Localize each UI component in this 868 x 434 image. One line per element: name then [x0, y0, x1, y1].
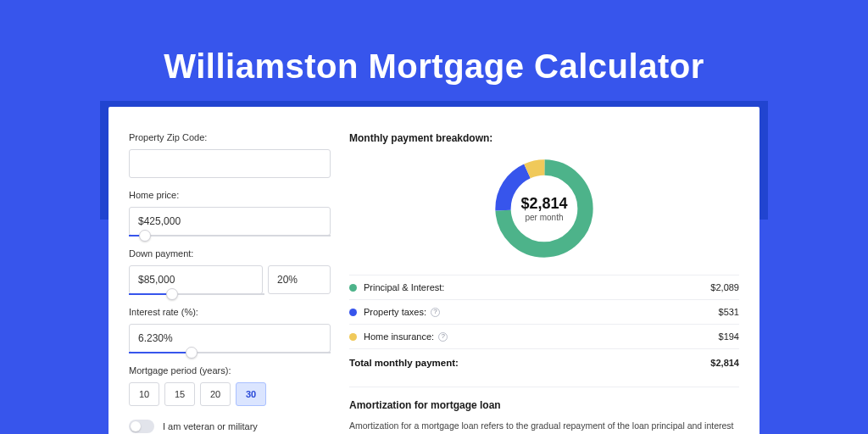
- down-payment-slider[interactable]: [129, 293, 264, 295]
- slider-fill: [129, 352, 192, 353]
- breakdown-row-principal: Principal & Interest: $2,089: [349, 275, 739, 299]
- period-option-20[interactable]: 20: [200, 382, 231, 406]
- down-payment-label: Down payment:: [129, 248, 331, 259]
- period-option-30[interactable]: 30: [236, 382, 266, 406]
- interest-field-group: Interest rate (%):: [129, 307, 331, 353]
- amortization-section: Amortization for mortgage loan Amortizat…: [349, 387, 739, 434]
- down-payment-field-group: Down payment:: [129, 248, 331, 295]
- breakdown-label-text: Home insurance:: [364, 331, 434, 342]
- veteran-toggle[interactable]: [129, 420, 154, 433]
- down-payment-input[interactable]: [129, 265, 263, 294]
- legend-dot-blue: [349, 309, 357, 316]
- veteran-toggle-row: I am veteran or military: [129, 420, 331, 433]
- home-price-slider[interactable]: [129, 235, 331, 236]
- amortization-title: Amortization for mortgage loan: [349, 399, 739, 411]
- page-title: Williamston Mortgage Calculator: [0, 47, 868, 86]
- home-price-input[interactable]: [129, 207, 331, 236]
- donut-chart-wrap: $2,814 per month: [349, 154, 739, 263]
- slider-thumb[interactable]: [186, 347, 198, 359]
- down-payment-row: [129, 265, 331, 294]
- total-value: $2,814: [710, 358, 739, 368]
- down-payment-pct-input[interactable]: [268, 265, 331, 294]
- breakdown-label: Property taxes: ?: [364, 307, 719, 317]
- period-option-15[interactable]: 15: [164, 382, 195, 406]
- period-field-group: Mortgage period (years): 10 15 20 30: [129, 365, 331, 406]
- breakdown-total-row: Total monthly payment: $2,814: [349, 348, 739, 371]
- donut-center: $2,814 per month: [490, 154, 598, 263]
- zip-input[interactable]: [129, 149, 331, 178]
- zip-label: Property Zip Code:: [129, 132, 331, 142]
- interest-input[interactable]: [129, 324, 331, 353]
- donut-sub: per month: [525, 213, 563, 222]
- slider-thumb[interactable]: [139, 230, 151, 242]
- donut-chart: $2,814 per month: [490, 154, 598, 263]
- breakdown-label: Home insurance: ?: [364, 331, 719, 342]
- breakdown-value: $531: [719, 307, 739, 317]
- hero-section: Williamston Mortgage Calculator Property…: [0, 0, 868, 434]
- interest-slider[interactable]: [129, 352, 331, 353]
- total-label: Total monthly payment:: [349, 358, 710, 368]
- legend-dot-yellow: [349, 333, 357, 341]
- home-price-field-group: Home price:: [129, 190, 331, 236]
- calculator-card: Property Zip Code: Home price: Down paym…: [108, 107, 760, 434]
- period-label: Mortgage period (years):: [129, 365, 331, 376]
- donut-amount: $2,814: [520, 195, 567, 213]
- breakdown-title: Monthly payment breakdown:: [349, 132, 739, 144]
- form-column: Property Zip Code: Home price: Down paym…: [129, 132, 331, 434]
- period-options: 10 15 20 30: [129, 382, 331, 406]
- breakdown-row-taxes: Property taxes: ? $531: [349, 299, 739, 324]
- breakdown-value: $2,089: [710, 282, 739, 292]
- breakdown-value: $194: [719, 331, 739, 342]
- breakdown-label: Principal & Interest:: [364, 282, 710, 292]
- breakdown-label-text: Property taxes:: [364, 307, 426, 317]
- breakdown-row-insurance: Home insurance: ? $194: [349, 324, 739, 348]
- amortization-text: Amortization for a mortgage loan refers …: [349, 420, 739, 434]
- breakdown-column: Monthly payment breakdown: $2,814 per mo…: [349, 132, 739, 434]
- legend-dot-green: [349, 284, 357, 292]
- info-icon[interactable]: ?: [438, 332, 448, 342]
- breakdown-label-text: Principal & Interest:: [364, 282, 444, 292]
- slider-thumb[interactable]: [166, 288, 178, 300]
- zip-field-group: Property Zip Code:: [129, 132, 331, 178]
- info-icon[interactable]: ?: [431, 308, 440, 317]
- interest-label: Interest rate (%):: [129, 307, 331, 317]
- period-option-10[interactable]: 10: [129, 382, 159, 406]
- home-price-label: Home price:: [129, 190, 331, 200]
- veteran-label: I am veteran or military: [163, 421, 258, 431]
